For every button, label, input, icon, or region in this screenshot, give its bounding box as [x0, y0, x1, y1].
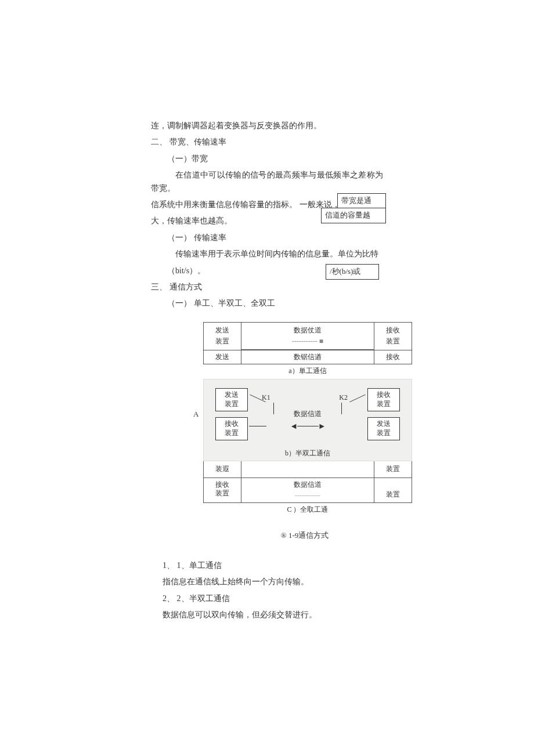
list-item-text: 数据信息可以双向传输，但必须交替进行。 — [163, 609, 389, 621]
label: 接收 — [386, 326, 400, 334]
paragraph: 传输速率用于表示单位时间内传输的信息量。单位为比特 — [151, 248, 383, 261]
subheading: （一） 传输速率 — [151, 231, 383, 244]
dashed-line: ----------- — [295, 491, 320, 500]
box-receive: 接收装置 — [203, 478, 241, 502]
box-receive: 接收 装置 — [374, 323, 412, 350]
label: 装置 — [374, 478, 412, 502]
diagram-c-row1: 装遐 装置 — [203, 461, 412, 478]
caption-c: C ）全取工通 — [203, 504, 412, 515]
figure-caption: ® 1-9通信方式 — [221, 530, 389, 542]
diagram-b: A 发送装置 接收装置 接收装置 发送装置 K1 K2 数据信道 ◄────► … — [203, 379, 412, 461]
box-send: 发送装置 — [215, 388, 248, 411]
heading-2: 二、 带宽、传输速率 — [151, 136, 383, 149]
list-section: 1、 1、单工通信 指信息在通信线上始终向一个方向传输。 2、 2、半双工通信 … — [151, 559, 389, 622]
diagram-c-row2: 接收装置 数据信道 ----------- 装置 — [203, 478, 412, 503]
label: 发送 — [215, 326, 229, 334]
label-k1: K1 — [262, 392, 270, 403]
margin-note: /秒(b/s)或 — [326, 264, 379, 280]
diagram-a-row2: 发送 数锯信遒 接收 — [203, 350, 412, 364]
subheading: （一） 单工、半双工、全双工 — [151, 297, 383, 310]
margin-note: 信道的容量越 — [321, 208, 386, 223]
spacer — [241, 461, 374, 477]
channel-label: 数据信道 — [294, 408, 322, 419]
heading-3: 三、 通信方式 — [151, 281, 383, 294]
channel-label: 数据信道 ----------- — [241, 478, 374, 502]
box-receive: 接收装置 — [215, 417, 248, 440]
caption-b: b）半双工通信 — [285, 448, 330, 459]
label: 数据信道 — [294, 480, 322, 489]
label: 装置 — [215, 337, 229, 345]
bidirectional-arrow-icon: ◄────► — [290, 420, 325, 433]
figure-1-9: 发送 装置 数据仗道 ----------- ■ 接收 装置 发送 数锯信遒 接… — [203, 322, 412, 516]
caption-a: a）単工通信 — [203, 366, 412, 377]
box-receive: 接收装置 — [367, 388, 400, 411]
label: 装置 — [374, 461, 412, 477]
box-send: 发送装置 — [367, 417, 400, 440]
document-page: 连，调制解调器起着变换器与反变换器的作用。 二、 带宽、传输速率 （一）带宽 在… — [0, 0, 534, 683]
label: 数据仗道 — [294, 326, 322, 334]
label: 发送 — [203, 350, 241, 364]
diagram-a-row1: 发送 装置 数据仗道 ----------- ■ 接收 装置 — [203, 322, 412, 350]
label: 装遐 — [203, 461, 241, 477]
subheading: （一）带宽 — [151, 153, 383, 165]
channel-label: 数据仗道 ----------- ■ — [241, 323, 374, 350]
box-send: 发送 装置 — [203, 323, 241, 350]
label-k2: K2 — [339, 392, 348, 403]
margin-note: 带宽是通 — [337, 193, 386, 209]
wire-line — [249, 426, 266, 426]
list-item-heading: 2、 2、半双工通信 — [163, 592, 389, 605]
list-item-text: 指信息在通信线上始终向一个方向传输。 — [163, 576, 389, 588]
paragraph: 连，调制解调器起着变换器与反变换器的作用。 — [151, 120, 383, 132]
wire-line — [318, 403, 342, 414]
label: 装置 — [386, 337, 400, 345]
label: 数锯信遒 — [241, 350, 374, 364]
wire-line — [349, 395, 366, 403]
arrow-line: ----------- ■ — [292, 337, 323, 345]
label-a: A — [193, 408, 199, 421]
paragraph: 在信道中可以传输的信号的最高频率与最低频率之差称为带宽。 — [151, 169, 383, 195]
list-item-heading: 1、 1、单工通信 — [163, 559, 389, 572]
label: 接收 — [374, 350, 412, 364]
wire-line — [273, 403, 297, 414]
